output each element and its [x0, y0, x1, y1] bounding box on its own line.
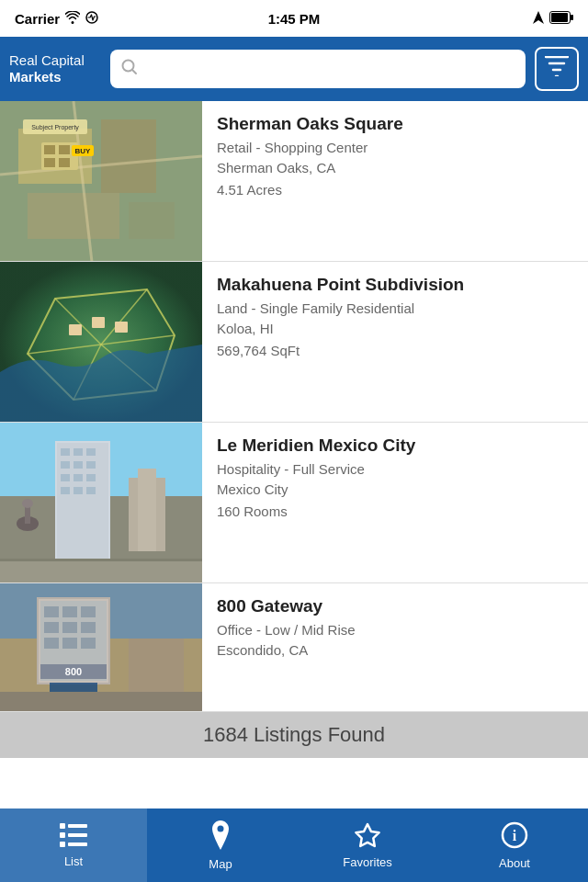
svg-rect-60: [62, 606, 77, 617]
svg-rect-2: [571, 15, 573, 20]
aerial-image: 800: [0, 583, 202, 712]
svg-rect-46: [86, 487, 96, 494]
svg-rect-28: [69, 324, 82, 335]
svg-rect-40: [86, 461, 96, 469]
listing-location: Koloa, HI: [217, 321, 575, 336]
svg-rect-30: [115, 322, 128, 333]
listing-name: Sherman Oaks Square: [217, 114, 575, 135]
aerial-image: Subject Property BUY: [0, 101, 202, 262]
listings-count-bar: 1684 Listings Found: [0, 712, 588, 758]
aerial-image: [0, 423, 202, 583]
svg-rect-41: [61, 474, 70, 481]
nav-list[interactable]: List: [0, 808, 147, 882]
listing-location: Sherman Oaks, CA: [217, 160, 575, 175]
listing-size: 160 Rooms: [217, 503, 575, 519]
listing-item[interactable]: Makahuena Point Subdivision Land - Singl…: [0, 262, 588, 423]
header: Real Capital Markets: [0, 37, 588, 101]
svg-rect-43: [86, 474, 96, 481]
listing-location: Escondido, CA: [217, 642, 575, 658]
svg-rect-59: [44, 606, 59, 617]
activity-icon: [85, 11, 98, 27]
listing-size: 569,764 SqFt: [217, 343, 575, 358]
listing-image: [0, 423, 202, 583]
filter-button[interactable]: [535, 47, 579, 91]
svg-text:BUY: BUY: [75, 147, 92, 155]
svg-rect-77: [60, 842, 65, 847]
about-icon: i: [501, 821, 528, 853]
listing-type: Retail - Shopping Center: [217, 140, 575, 155]
svg-point-79: [218, 825, 224, 831]
svg-rect-29: [92, 317, 105, 328]
status-bar: Carrier 1:45 PM: [0, 0, 588, 37]
svg-rect-67: [81, 638, 96, 649]
logo-line2: Markets: [9, 69, 101, 85]
nav-favorites[interactable]: Favorites: [294, 808, 441, 882]
listing-type: Land - Single Family Residential: [217, 300, 575, 316]
nav-map-label: Map: [209, 857, 232, 871]
search-bar[interactable]: [110, 50, 526, 88]
listing-info: Le Meridien Mexico City Hospitality - Fu…: [202, 423, 588, 582]
battery-icon: [549, 11, 573, 27]
svg-rect-52: [0, 559, 202, 583]
logo: Real Capital Markets: [9, 52, 101, 85]
listing-item[interactable]: Le Meridien Mexico City Hospitality - Fu…: [0, 423, 588, 583]
svg-rect-76: [68, 833, 87, 837]
svg-rect-70: [50, 683, 97, 692]
svg-rect-53: [0, 559, 202, 561]
svg-rect-8: [28, 193, 119, 239]
filter-icon: [545, 56, 569, 82]
nav-map[interactable]: Map: [147, 808, 294, 882]
svg-rect-39: [74, 461, 83, 469]
listing-item[interactable]: Subject Property BUY Sherman Oaks Square…: [0, 101, 588, 262]
listing-name: Makahuena Point Subdivision: [217, 275, 575, 296]
bottom-nav: List Map Favorites i About: [0, 808, 588, 882]
svg-rect-71: [0, 692, 202, 712]
search-input[interactable]: [145, 61, 514, 77]
svg-rect-61: [81, 606, 96, 617]
listings-count-text: 1684 Listings Found: [203, 723, 385, 747]
svg-rect-35: [61, 448, 70, 456]
list-icon: [60, 823, 87, 851]
svg-rect-36: [74, 448, 83, 456]
location-arrow-icon: [533, 11, 544, 27]
status-time: 1:45 PM: [268, 11, 321, 27]
svg-text:i: i: [513, 828, 517, 843]
nav-list-label: List: [64, 854, 83, 868]
svg-rect-34: [57, 443, 108, 559]
listing-image: [0, 262, 202, 423]
svg-rect-11: [44, 145, 55, 154]
listing-item[interactable]: 800 800 Gateway Office - Low / Mid Rise …: [0, 583, 588, 712]
svg-rect-65: [44, 638, 59, 649]
logo-line1: Real Capital: [9, 52, 101, 69]
favorites-icon: [354, 822, 381, 852]
svg-rect-63: [62, 622, 77, 633]
svg-rect-74: [68, 824, 87, 828]
svg-rect-51: [138, 469, 156, 551]
svg-rect-37: [86, 448, 96, 456]
listing-info: Sherman Oaks Square Retail - Shopping Ce…: [202, 101, 588, 261]
svg-point-49: [22, 499, 33, 508]
carrier-label: Carrier: [15, 11, 60, 27]
svg-rect-73: [60, 823, 65, 829]
listing-info: 800 Gateway Office - Low / Mid Rise Esco…: [202, 583, 588, 711]
listing-name: Le Meridien Mexico City: [217, 435, 575, 457]
svg-rect-78: [68, 842, 87, 846]
listings-container: Subject Property BUY Sherman Oaks Square…: [0, 101, 588, 712]
svg-rect-72: [129, 639, 184, 692]
status-right: [533, 11, 573, 27]
search-icon: [121, 59, 138, 80]
svg-rect-44: [61, 487, 70, 494]
map-icon: [209, 820, 232, 854]
listing-size: 4.51 Acres: [217, 182, 575, 198]
svg-rect-75: [60, 832, 65, 838]
svg-rect-66: [62, 638, 77, 649]
svg-rect-14: [59, 158, 70, 167]
svg-rect-7: [101, 119, 156, 193]
svg-rect-42: [74, 474, 83, 481]
listing-name: 800 Gateway: [217, 596, 575, 617]
nav-about[interactable]: i About: [441, 808, 588, 882]
svg-rect-12: [59, 145, 70, 154]
svg-rect-9: [129, 202, 175, 239]
nav-favorites-label: Favorites: [343, 855, 391, 869]
listing-type: Hospitality - Full Service: [217, 461, 575, 477]
